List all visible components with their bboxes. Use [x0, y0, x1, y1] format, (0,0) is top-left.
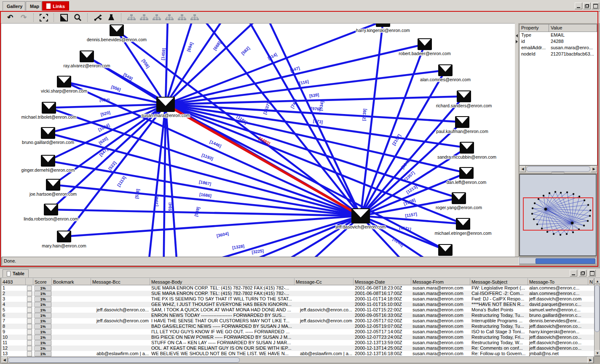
tree-layout-6-button[interactable] — [190, 13, 200, 22]
bookmark-checkbox[interactable] — [27, 297, 32, 302]
bookmark-checkbox[interactable] — [27, 286, 32, 291]
graph-node-richard.sanders[interactable]: richard.sanders@enron.com — [436, 90, 492, 108]
table-row[interactable]: 11%SUE MARA ENRON CORP. TEL: (415) 782-7… — [1, 285, 595, 291]
table-row[interactable]: 91%I'LL LET YOU GUYS KNOW IF WE GO OUT. … — [1, 329, 595, 335]
restore-button[interactable] — [583, 3, 591, 9]
scroll-down-icon[interactable]: ▼ — [595, 350, 600, 356]
graph-edge[interactable] — [166, 44, 425, 104]
column-header-score[interactable]: Score — [33, 278, 52, 285]
graph-edge[interactable] — [166, 104, 178, 257]
graph-node-michael.etringer[interactable]: michael.etringer@enron.com — [435, 218, 492, 236]
tree-layout-5-button[interactable] — [177, 13, 187, 22]
table-row[interactable]: 71%jeff.dasovich@enron.comI HAVE THE SEN… — [1, 318, 595, 324]
table-minimize-button[interactable] — [570, 270, 577, 276]
vertical-splitter[interactable] — [515, 23, 518, 257]
path-fork-button[interactable] — [93, 13, 103, 22]
graph-edge[interactable] — [166, 24, 237, 104]
scroll-right-icon[interactable]: ▶ — [591, 166, 597, 172]
tab-links[interactable]: Links — [42, 1, 69, 11]
collapse-left-icon[interactable] — [516, 34, 518, 37]
bookmark-checkbox[interactable] — [27, 302, 32, 307]
tab-table[interactable]: Table — [3, 269, 29, 277]
scroll-right-icon[interactable]: ▶ — [587, 357, 594, 363]
column-header-4493[interactable]: 4493 — [1, 278, 26, 285]
scroll-up-icon[interactable]: ▲ — [595, 278, 600, 284]
column-header-value[interactable]: Value — [549, 24, 597, 32]
column-header-message-body[interactable]: Message-Body — [150, 278, 295, 285]
tab-map[interactable]: Map — [26, 1, 42, 11]
table-hscrollbar[interactable]: ◀ ▶ — [1, 356, 594, 363]
column-header-message-from[interactable]: Message-From — [411, 278, 470, 285]
bookmark-checkbox[interactable] — [27, 351, 32, 356]
column-header-message-bcc[interactable]: Message-Bcc — [91, 278, 150, 285]
bookmark-checkbox[interactable] — [27, 313, 32, 318]
column-header-property[interactable]: Property — [520, 24, 549, 32]
property-hscroll-thumb[interactable] — [526, 166, 590, 172]
minimize-button[interactable] — [575, 3, 582, 9]
bookmark-checkbox[interactable] — [27, 319, 32, 324]
expand-right-icon[interactable] — [516, 40, 518, 43]
minimap-hscrollbar[interactable] — [519, 258, 597, 264]
graph-node-ray.alvarez[interactable]: ray.alvarez@enron.com — [64, 50, 110, 68]
table-row[interactable]: 31%THE PX IS SEEMING TO SAY THAT IT WILL… — [1, 296, 595, 302]
bookmark-checkbox[interactable] — [27, 340, 32, 345]
tab-gallery[interactable]: Gallery — [3, 1, 25, 11]
column-header-n[interactable]: N — [588, 278, 595, 285]
redo-button[interactable]: ↷ — [19, 13, 29, 22]
table-row[interactable]: 41%GEE WHIZ, I JUST THOUGHT EVERYONE HAS… — [1, 302, 595, 307]
table-row[interactable]: 111%STUFF ON CA -- KEN LAY ----- FORWARD… — [1, 340, 595, 345]
table-maximize-button[interactable] — [588, 270, 596, 276]
column-header-bookmark[interactable]: Bookmark — [52, 278, 91, 285]
undo-button[interactable]: ↶ — [5, 13, 15, 22]
graph-node-mary.hain[interactable]: mary.hain@enron.com — [42, 231, 86, 248]
graph-node-joe.hartsoe[interactable]: joe.hartsoe@enron.com — [29, 179, 77, 197]
graph-node-robert.badeer[interactable]: robert.badeer@enron.com — [399, 38, 451, 56]
graph-node-bruno.gaillard[interactable]: bruno.gaillard@enron.com — [22, 127, 74, 145]
minimap-hscroll-thumb[interactable] — [536, 258, 595, 264]
table-row[interactable]: 61%ENRON NEWS TODAY --------------------… — [1, 313, 595, 318]
graph-edge[interactable] — [49, 104, 166, 108]
table-restore-button[interactable] — [579, 270, 587, 276]
scroll-left-icon[interactable]: ◀ — [1, 357, 8, 363]
table-row[interactable]: 51%jeff.dasovich@enron.co...SAM, I TOOK … — [1, 307, 595, 313]
column-header-checkbox[interactable] — [26, 278, 33, 285]
tree-layout-1-button[interactable] — [126, 13, 137, 22]
bookmark-checkbox[interactable] — [27, 308, 32, 313]
column-header-message-cc[interactable]: Message-Cc — [295, 278, 354, 285]
graph-node-linda.robertson[interactable]: linda.robertson@enron.com — [24, 204, 78, 221]
property-row[interactable]: emailAddr...susan.mara@enro... — [520, 45, 597, 51]
bookmark-checkbox[interactable] — [27, 335, 32, 340]
property-row[interactable]: TypeEMAIL — [520, 32, 597, 38]
tree-layout-3-button[interactable] — [152, 13, 162, 22]
table-row[interactable]: 101%BIG PIECE ON NEW POWER ----- FORWARD… — [1, 335, 595, 340]
graph-edge[interactable] — [166, 24, 199, 104]
graph-edge[interactable] — [64, 104, 166, 236]
bookmark-checkbox[interactable] — [27, 324, 32, 329]
table-row[interactable]: 81%BAD GAS/ELECTRIC NEWS ----- FORWARDED… — [1, 324, 595, 329]
bookmark-checkbox[interactable] — [27, 329, 32, 335]
graph-overview-minimap[interactable] — [519, 174, 597, 256]
link-graph-canvas[interactable]: [1459][694][668][582][814][547][116][539… — [1, 23, 515, 257]
zoom-fit-button[interactable] — [39, 13, 49, 22]
bookmark-checkbox[interactable] — [27, 346, 32, 351]
table-vscroll-thumb[interactable] — [595, 285, 600, 332]
table-row[interactable]: 121%OOL. AT KEAST ONE RELIANT GUY IS ON … — [1, 345, 595, 351]
table-row[interactable]: 21%SUE MARA ENRON CORP. TEL: (415) 782-7… — [1, 291, 595, 296]
graph-node-email[interactable] — [438, 244, 453, 256]
maximize-button[interactable] — [592, 3, 599, 9]
column-header-message-subject[interactable]: Message-Subject — [470, 278, 528, 285]
filter-flask-button[interactable] — [106, 13, 116, 22]
zoom-area-button[interactable] — [59, 13, 69, 22]
bookmark-checkbox[interactable] — [27, 291, 32, 296]
property-row[interactable]: nodeId212071bacbfacb63... — [520, 51, 597, 57]
graph-edge[interactable] — [166, 24, 168, 104]
column-header-message-date[interactable]: Message-Date — [354, 278, 411, 285]
graph-node-dennis.benevides[interactable]: dennis.benevides@enron.com — [87, 24, 147, 42]
graph-node-michael.tribolet[interactable]: michael.tribolet@enron.com — [21, 102, 77, 120]
tree-layout-4-button[interactable] — [164, 13, 174, 22]
table-row[interactable]: 131%abb@eslawfirm.com | a...WE BELIEVE W… — [1, 351, 595, 356]
table-vscrollbar[interactable]: ▲ ▼ — [594, 278, 600, 356]
tree-layout-2-button[interactable] — [139, 13, 149, 22]
zoom-magnifier-button[interactable] — [72, 13, 83, 22]
scroll-left-icon[interactable]: ◀ — [520, 166, 526, 172]
